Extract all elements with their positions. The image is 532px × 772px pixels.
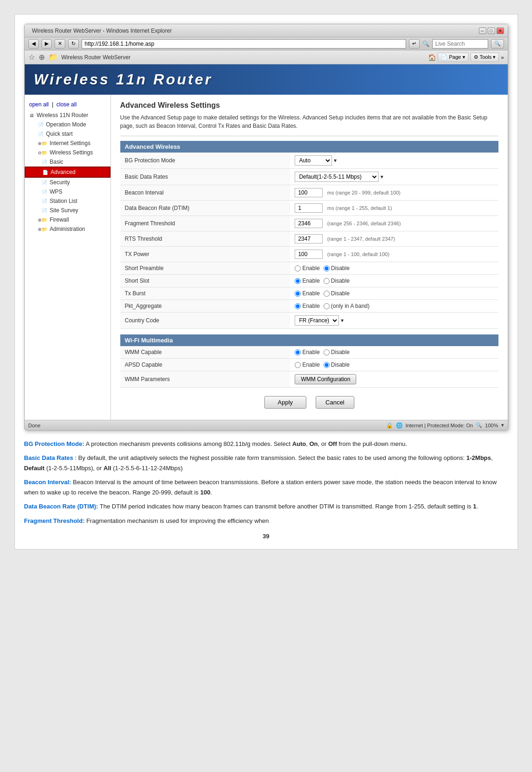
wmm-capable-disable-label[interactable]: Disable: [324, 349, 350, 355]
search-input[interactable]: [432, 39, 488, 49]
sidebar-item-wps[interactable]: 📄 WPS: [25, 187, 111, 196]
apply-button[interactable]: Apply: [264, 396, 307, 409]
field-label-short-slot: Short Slot: [120, 275, 290, 287]
apsd-enable-label[interactable]: Enable: [295, 362, 319, 368]
toolbar-right: 🏠 📄 Page ▾ ⚙ Tools ▾ »: [428, 53, 504, 62]
short-preamble-enable-label[interactable]: Enable: [295, 265, 319, 271]
sidebar-item-station-list[interactable]: 📄 Station List: [25, 196, 111, 206]
wmm-capable-enable-label[interactable]: Enable: [295, 349, 319, 355]
bg-protection-select[interactable]: Auto On Off: [295, 155, 332, 166]
sidebar-item-wireless-settings[interactable]: ⊖📁 Wireless Settings: [25, 148, 111, 157]
doc-text-basic: : By default, the unit adaptively select…: [24, 454, 493, 472]
close-button[interactable]: ✕: [497, 28, 504, 34]
maximize-button[interactable]: □: [488, 28, 495, 34]
stop-button[interactable]: ✕: [55, 39, 65, 49]
favorites-icon[interactable]: 📁: [48, 53, 58, 62]
sidebar-item-operation-mode[interactable]: 📄 Operation Mode: [25, 120, 111, 129]
browser-titlebar: Wireless Router WebServer - Windows Inte…: [25, 24, 508, 37]
minimize-button[interactable]: ─: [479, 28, 486, 34]
sidebar-item-administration[interactable]: ⊕📁 Administration: [25, 224, 111, 234]
short-preamble-disable-label[interactable]: Disable: [324, 265, 350, 271]
address-input[interactable]: [82, 39, 406, 49]
back-button[interactable]: ◀: [28, 39, 39, 49]
table-row: Short Preamble Enable Disable: [120, 262, 498, 275]
wmm-capable-enable-radio[interactable]: [295, 349, 301, 355]
refresh-button[interactable]: ↻: [68, 39, 79, 49]
sidebar-item-internet-settings[interactable]: ⊕📁 Internet Settings: [25, 139, 111, 148]
go-button[interactable]: ↵: [409, 39, 420, 49]
tx-burst-enable-radio[interactable]: [295, 291, 301, 297]
cancel-button[interactable]: Cancel: [316, 396, 354, 409]
fragment-hint: (range 256 - 2346, default 2346): [327, 221, 401, 226]
tx-burst-disable-radio[interactable]: [324, 291, 330, 297]
tools-button[interactable]: ⚙ Tools ▾: [470, 53, 499, 62]
status-right: 🔒 🌐 Internet | Protected Mode: On 🔍 100%…: [386, 422, 504, 429]
pkt-aggregate-enable-label[interactable]: Enable: [295, 303, 319, 309]
table-row: Basic Data Rates Default(1-2-5.5-11 Mbps…: [120, 169, 498, 185]
wmm-capable-disable-radio[interactable]: [324, 349, 330, 355]
zoom-dropdown-icon[interactable]: ▾: [501, 422, 504, 428]
short-slot-enable-radio[interactable]: [295, 278, 301, 284]
tx-power-input[interactable]: [295, 250, 323, 259]
sidebar-item-firewall[interactable]: ⊕📁 Firewall: [25, 215, 111, 224]
forward-button[interactable]: ▶: [41, 39, 52, 49]
sidebar-label-station-list: Station List: [50, 198, 77, 204]
sidebar-item-quick-start[interactable]: 📄 Quick start: [25, 129, 111, 139]
short-slot-disable-radio[interactable]: [324, 278, 330, 284]
apsd-radio-group: Enable Disable: [295, 362, 493, 368]
field-label-short-preamble: Short Preamble: [120, 262, 290, 275]
home-icon[interactable]: 🏠: [428, 54, 436, 61]
favorites-star-icon[interactable]: ☆: [28, 53, 35, 62]
dtim-input[interactable]: [295, 203, 323, 213]
country-code-select[interactable]: FR (France) US EU: [295, 315, 339, 326]
page-button[interactable]: 📄 Page ▾: [438, 53, 469, 62]
field-label-pkt-aggregate: Pkt_Aggregate: [120, 300, 290, 313]
field-label-txpower: TX Power: [120, 247, 290, 262]
rts-threshold-input[interactable]: [295, 234, 323, 243]
sidebar-item-site-survey[interactable]: 📄 Site Survey: [25, 206, 111, 215]
extend-button[interactable]: »: [501, 55, 504, 60]
sidebar-item-wireless-11n-router[interactable]: 🖥 Wireless 11N Router: [25, 111, 111, 120]
pkt-aggregate-aband-radio[interactable]: [324, 303, 330, 309]
sidebar-label-wireless-settings: Wireless Settings: [50, 149, 93, 156]
pkt-aggregate-enable-radio[interactable]: [295, 303, 301, 309]
rts-hint: (range 1 - 2347, default 2347): [327, 236, 395, 242]
sidebar-item-security[interactable]: 📄 Security: [25, 178, 111, 187]
sidebar-label-internet: Internet Settings: [50, 140, 90, 146]
field-label-wmm-capable: WMM Capable: [120, 346, 290, 359]
browser-toolbar: ☆ ⊕ 📁 Wireless Router WebServer 🏠 📄 Page…: [25, 50, 508, 64]
sidebar-item-advanced[interactable]: 📄 Advanced: [25, 167, 111, 178]
short-slot-disable-label[interactable]: Disable: [324, 278, 350, 284]
pkt-aggregate-aband-label[interactable]: (only in A band): [324, 303, 370, 309]
doc-para-dtim: Data Beacon Rate (DTIM): The DTIM period…: [24, 501, 508, 512]
close-all-link[interactable]: close all: [56, 101, 76, 108]
apsd-disable-label[interactable]: Disable: [324, 362, 350, 368]
browser-controls: ─ □ ✕: [479, 28, 504, 34]
table-row: WMM Parameters WMM Configuration: [120, 371, 498, 388]
open-all-link[interactable]: open all: [29, 101, 49, 108]
doc-para-bg-protection: BG Protection Mode: A protection mechani…: [24, 439, 508, 449]
add-favorites-icon[interactable]: ⊕: [39, 53, 45, 62]
doc-term-dtim: Data Beacon Rate (DTIM):: [24, 503, 98, 510]
tx-burst-disable-label[interactable]: Disable: [324, 290, 350, 297]
content-area: Advanced Wireless Settings Use the Advan…: [111, 95, 508, 420]
doc-text-bg: A protection mechanism prevents collisio…: [86, 440, 407, 447]
sidebar-label-firewall: Firewall: [50, 216, 69, 223]
search-go-button[interactable]: 🔍: [491, 39, 504, 49]
wmm-configuration-button[interactable]: WMM Configuration: [295, 374, 356, 384]
router-banner: Wireless 11n Router: [25, 64, 508, 95]
tx-burst-radio-group: Enable Disable: [295, 290, 493, 297]
beacon-interval-input[interactable]: [295, 188, 323, 197]
fragment-threshold-input[interactable]: [295, 219, 323, 228]
basic-data-rates-select[interactable]: Default(1-2-5.5-11 Mbps) 1-2 Mbps All: [295, 172, 379, 182]
table-row: TX Power (range 1 - 100, default 100): [120, 247, 498, 262]
tx-burst-enable-label[interactable]: Enable: [295, 290, 319, 297]
dtim-hint: ms (range 1 - 255, default 1): [327, 205, 392, 211]
short-preamble-disable-radio[interactable]: [324, 265, 330, 271]
browser-statusbar: Done 🔒 🌐 Internet | Protected Mode: On 🔍…: [25, 420, 508, 430]
short-slot-enable-label[interactable]: Enable: [295, 278, 319, 284]
sidebar-item-basic[interactable]: 📄 Basic: [25, 157, 111, 167]
apsd-disable-radio[interactable]: [324, 362, 330, 368]
apsd-enable-radio[interactable]: [295, 362, 301, 368]
short-preamble-enable-radio[interactable]: [295, 265, 301, 271]
